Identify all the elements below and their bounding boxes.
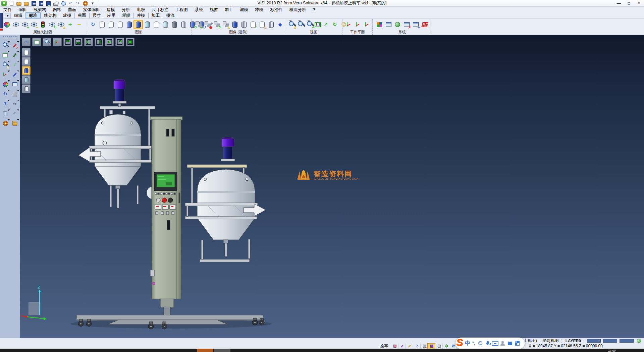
zoom-solids-icon[interactable] [44, 39, 50, 45]
render-shaded-edges-icon[interactable] [23, 76, 29, 83]
view-bottom-icon[interactable] [75, 39, 81, 45]
graphics-viewport[interactable]: ≡ [20, 35, 644, 338]
render-wireframe-icon[interactable] [23, 49, 29, 55]
taskbar-app-indicator[interactable] [197, 349, 213, 352]
profile-icon[interactable] [437, 344, 441, 348]
tolerance-globe-icon[interactable] [444, 344, 449, 348]
navigation-wheel-icon-cell[interactable] [1, 119, 10, 128]
zoom-dynamic-icon[interactable] [2, 61, 8, 68]
snap-delete-icon[interactable] [422, 344, 427, 348]
hide-entities-icon[interactable] [30, 20, 38, 29]
color-table-icon[interactable] [375, 20, 383, 29]
solid-view-icon[interactable] [11, 91, 18, 97]
render-mesh-icon[interactable] [23, 85, 29, 92]
minimize-button[interactable]: — [614, 0, 624, 6]
fit-view-icon[interactable] [34, 40, 39, 44]
render-mesh-button[interactable] [22, 84, 31, 93]
triad-toggle-icon[interactable] [54, 39, 60, 45]
filter-traffic-light-icon[interactable] [39, 20, 47, 29]
tolerance-globe-icon-cell[interactable] [442, 344, 450, 349]
menu-help[interactable]: ? [310, 7, 319, 12]
menu-progress[interactable]: 冲模 [252, 7, 267, 13]
sogou-mic-icon[interactable] [484, 340, 491, 347]
view-back-button[interactable] [115, 38, 124, 46]
render-shaded-edges-button[interactable] [22, 75, 31, 84]
status-grip[interactable] [561, 339, 564, 343]
redo-icon[interactable]: ↷ [75, 1, 80, 6]
zoom-window-icon[interactable] [297, 20, 305, 29]
shaded-edges-cylinder-icon[interactable] [134, 20, 142, 29]
menu-standard-parts[interactable]: 标准件 [267, 7, 286, 13]
validate-icon[interactable]: ✓ [11, 61, 18, 68]
tab-mould[interactable]: 塑膜 [119, 13, 133, 18]
navigation-wheel-icon[interactable] [2, 120, 8, 127]
delete-trash-icon-cell[interactable] [1, 109, 10, 118]
layer-color-swatch[interactable] [603, 339, 617, 343]
view-left-button[interactable] [84, 38, 93, 46]
translucent-cylinder-icon[interactable] [161, 20, 169, 29]
view-menu-icon[interactable]: ≡ [23, 39, 29, 45]
active-layer-label[interactable]: LAYER0 [566, 339, 581, 343]
undo-arrow-icon[interactable]: ↶ [11, 110, 18, 117]
show-all-icon[interactable]: + [66, 20, 74, 29]
sketch-edit-icon-cell[interactable] [10, 51, 19, 59]
view-bottom-button[interactable] [74, 38, 83, 46]
render-wireframe-button[interactable] [22, 48, 31, 57]
attributes-palette-icon[interactable] [3, 20, 11, 29]
history-icon[interactable] [83, 1, 88, 6]
menu-modeling[interactable]: 建模 [103, 7, 118, 13]
texture-cylinder-icon[interactable] [240, 20, 248, 29]
menu-electrode[interactable]: 电极 [133, 7, 149, 13]
tab-wireframe[interactable]: 线架构 [41, 13, 60, 18]
menu-system[interactable]: 系统 [191, 7, 206, 13]
snap-wand-icon[interactable] [400, 344, 405, 348]
zoom-solids-button[interactable] [43, 38, 51, 46]
viewport-layout-icon-cell[interactable] [10, 80, 19, 89]
solid-view-icon-cell[interactable] [10, 90, 19, 98]
snap-wand-icon-cell[interactable] [398, 344, 406, 349]
render-cube-icon[interactable]: ◆ [276, 20, 284, 29]
pan-icon[interactable]: ↗ [322, 20, 330, 29]
ucs-axes-icon-cell[interactable] [1, 70, 10, 79]
delete-edit-icon-cell[interactable] [10, 41, 19, 50]
view-right-button[interactable] [95, 38, 103, 46]
render-hidden-icon[interactable] [23, 58, 29, 64]
show-entities-icon[interactable] [21, 20, 29, 29]
tab-dropdown-button[interactable]: ▼ [5, 13, 11, 18]
hidden-line-cylinder-icon[interactable] [107, 20, 115, 29]
layers-palette-icon[interactable] [2, 81, 8, 88]
grid-settings-icon[interactable] [421, 20, 429, 29]
delete-trash-icon[interactable] [2, 110, 8, 117]
undo-icon[interactable]: ↶ [68, 1, 73, 6]
sogou-logo-icon[interactable]: S [456, 338, 463, 347]
snap-help-icon-cell[interactable]: ? [413, 344, 420, 349]
lock-toggle[interactable]: 拴牢 [380, 343, 388, 349]
copy-attributes-icon[interactable] [12, 20, 20, 29]
view-mode-label[interactable]: 绝对视图 [543, 338, 559, 344]
redraw-icon[interactable]: ↻ [89, 20, 97, 29]
advanced-refresh-icon[interactable] [213, 20, 221, 29]
view-iso-icon[interactable] [127, 39, 133, 45]
network-status-icon[interactable] [637, 339, 641, 343]
menu-machining[interactable]: 加工 [221, 7, 236, 13]
visi-logo-icon[interactable]: V [1, 1, 6, 6]
view-right-icon[interactable] [96, 39, 102, 45]
menu-edit[interactable]: 编辑 [15, 7, 30, 13]
selection-box-icon[interactable] [3, 53, 7, 57]
sogou-language-toggle[interactable]: 中 [465, 340, 470, 347]
info-measure-icon-cell[interactable] [1, 41, 10, 50]
triad-toggle-button[interactable] [53, 38, 62, 46]
menu-surface[interactable]: 曲面 [65, 7, 80, 13]
tab-standard[interactable]: 标准 [25, 12, 41, 18]
zoom-dynamic-icon-cell[interactable] [1, 60, 10, 69]
sketch-edit-icon[interactable] [11, 52, 18, 58]
undo-arrow-icon-cell[interactable]: ↶ [10, 109, 19, 118]
regen-icon[interactable]: ↻ [2, 91, 8, 97]
dock-handle[interactable] [0, 13, 3, 28]
quickbar-more-icon[interactable]: ▾ [90, 1, 95, 6]
render-shaded-icon[interactable] [23, 67, 29, 74]
tab-edit[interactable]: 编辑 [11, 13, 25, 18]
menu-window[interactable]: 视窗 [206, 7, 221, 13]
view-front-icon[interactable] [107, 39, 112, 45]
workplane-align-icon[interactable] [363, 20, 371, 29]
